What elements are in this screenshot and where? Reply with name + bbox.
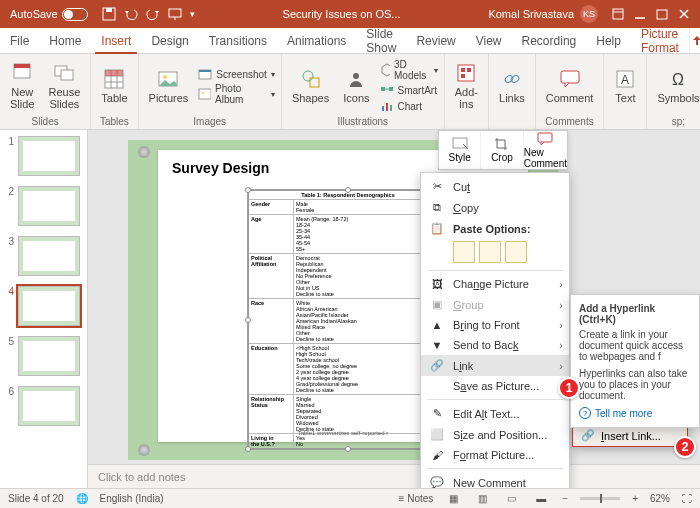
save-icon[interactable] bbox=[102, 7, 116, 21]
tab-design[interactable]: Design bbox=[141, 28, 198, 53]
comment-button[interactable]: Comment bbox=[542, 66, 598, 106]
menu-bring-front[interactable]: ▲Bring to Front› bbox=[421, 315, 569, 335]
group-text: AText bbox=[604, 54, 647, 129]
tab-insert[interactable]: Insert bbox=[91, 28, 141, 53]
scissors-icon: ✂ bbox=[429, 180, 445, 193]
svg-text:A: A bbox=[621, 73, 629, 87]
crop-button[interactable]: Crop bbox=[481, 131, 523, 169]
tab-view[interactable]: View bbox=[466, 28, 512, 53]
svg-rect-20 bbox=[105, 70, 123, 76]
user-name: Komal Srivastava bbox=[488, 8, 574, 20]
smartart-button[interactable]: SmartArt bbox=[380, 83, 438, 97]
language[interactable]: English (India) bbox=[100, 493, 164, 504]
menu-save-picture[interactable]: Save as Picture... bbox=[421, 376, 569, 396]
group-tables: Table Tables bbox=[91, 54, 138, 129]
tab-review[interactable]: Review bbox=[406, 28, 465, 53]
slide-thumb-4[interactable]: 4 bbox=[4, 286, 83, 326]
zoom-value[interactable]: 62% bbox=[650, 493, 670, 504]
format-icon: 🖌 bbox=[429, 449, 445, 461]
zoom-slider[interactable] bbox=[580, 497, 620, 500]
icons-button[interactable]: Icons bbox=[339, 66, 373, 106]
style-button[interactable]: Style bbox=[439, 131, 481, 169]
svg-rect-31 bbox=[389, 87, 393, 91]
slide-thumb-2[interactable]: 2 bbox=[4, 186, 83, 226]
quick-access-toolbar: ▾ bbox=[94, 7, 203, 21]
slide-thumb-6[interactable]: 6 bbox=[4, 386, 83, 426]
svg-rect-38 bbox=[467, 68, 471, 72]
normal-view-icon[interactable]: ▦ bbox=[445, 493, 462, 504]
pictures-button[interactable]: Pictures bbox=[145, 66, 193, 106]
chart-button[interactable]: Chart bbox=[380, 99, 438, 113]
redo-icon[interactable] bbox=[146, 7, 160, 21]
undo-icon[interactable] bbox=[124, 7, 138, 21]
text-button[interactable]: AText bbox=[610, 66, 640, 106]
paste-option-1[interactable] bbox=[453, 241, 475, 263]
reuse-slides-button[interactable]: Reuse Slides bbox=[44, 60, 84, 112]
notes-placeholder: Click to add notes bbox=[98, 471, 185, 483]
maximize-icon[interactable] bbox=[656, 8, 668, 20]
minimize-icon[interactable] bbox=[634, 8, 646, 20]
slide-thumb-1[interactable]: 1 bbox=[4, 136, 83, 176]
clipboard-icon: 📋 bbox=[429, 222, 445, 235]
callout-badge-2: 2 bbox=[674, 436, 696, 458]
sorter-view-icon[interactable]: ▥ bbox=[474, 493, 491, 504]
zoom-out-icon[interactable]: − bbox=[562, 493, 568, 504]
group-label: Tables bbox=[97, 115, 131, 127]
autosave-toggle[interactable]: AutoSave bbox=[4, 8, 94, 21]
tab-recording[interactable]: Recording bbox=[512, 28, 587, 53]
shapes-button[interactable]: Shapes bbox=[288, 66, 333, 106]
tab-picture-format[interactable]: Picture Format bbox=[631, 28, 689, 53]
paste-option-2[interactable] bbox=[479, 241, 501, 263]
notes-bar[interactable]: Click to add notes bbox=[88, 464, 700, 488]
menu-format-picture[interactable]: 🖌Format Picture... bbox=[421, 445, 569, 465]
table-button[interactable]: Table bbox=[97, 66, 131, 106]
paste-option-3[interactable] bbox=[505, 241, 527, 263]
menu-size-position[interactable]: ⬜Size and Position... bbox=[421, 424, 569, 445]
thumbnail-pane[interactable]: 1 2 3 4 5 6 bbox=[0, 130, 88, 488]
menu-send-back[interactable]: ▼Send to Back› bbox=[421, 335, 569, 355]
fit-icon[interactable]: ⛶ bbox=[682, 493, 692, 504]
addins-button[interactable]: Add- ins bbox=[451, 60, 482, 112]
tell-me-more-link[interactable]: ?Tell me more bbox=[579, 407, 691, 419]
notes-toggle[interactable]: ≡ Notes bbox=[399, 493, 434, 504]
tab-slideshow[interactable]: Slide Show bbox=[356, 28, 406, 53]
new-slide-button[interactable]: New Slide bbox=[6, 60, 38, 112]
close-icon[interactable] bbox=[678, 8, 690, 20]
3d-models-button[interactable]: 3D Models▾ bbox=[380, 59, 438, 81]
group-label: Images bbox=[145, 115, 275, 127]
start-slideshow-icon[interactable] bbox=[168, 7, 182, 21]
slide-thumb-5[interactable]: 5 bbox=[4, 336, 83, 376]
menu-alt-text[interactable]: ✎Edit Alt Text... bbox=[421, 403, 569, 424]
tab-home[interactable]: Home bbox=[39, 28, 91, 53]
menu-cut[interactable]: ✂Cut bbox=[421, 176, 569, 197]
slide-thumb-3[interactable]: 3 bbox=[4, 236, 83, 276]
submenu-insert-link[interactable]: 🔗Insert Link... bbox=[573, 425, 687, 446]
avatar: KS bbox=[580, 5, 598, 23]
toggle-off-icon[interactable] bbox=[62, 8, 88, 21]
menu-link[interactable]: 🔗Link› bbox=[421, 355, 569, 376]
ribbon-options-icon[interactable] bbox=[612, 8, 624, 20]
reading-view-icon[interactable]: ▭ bbox=[503, 493, 520, 504]
link-icon: 🔗 bbox=[429, 359, 445, 372]
bring-front-icon: ▲ bbox=[429, 319, 445, 331]
symbols-button[interactable]: ΩSymbols bbox=[653, 66, 700, 106]
svg-point-27 bbox=[303, 71, 313, 81]
zoom-in-icon[interactable]: + bbox=[632, 493, 638, 504]
chevron-down-icon[interactable]: ▾ bbox=[190, 9, 195, 19]
links-button[interactable]: Links bbox=[495, 66, 529, 106]
group-icon: ▣ bbox=[429, 298, 445, 311]
screenshot-button[interactable]: Screenshot▾ bbox=[198, 67, 275, 81]
tab-transitions[interactable]: Transitions bbox=[199, 28, 277, 53]
selected-table-image[interactable]: Table 1: Respondent Demographics GenderM… bbox=[248, 190, 448, 449]
svg-rect-24 bbox=[199, 70, 211, 72]
tab-help[interactable]: Help bbox=[586, 28, 631, 53]
tab-file[interactable]: File bbox=[0, 28, 39, 53]
menu-copy[interactable]: ⧉Copy bbox=[421, 197, 569, 218]
new-comment-button[interactable]: New Comment bbox=[524, 131, 567, 169]
photo-album-button[interactable]: Photo Album▾ bbox=[198, 83, 275, 105]
share-button[interactable] bbox=[689, 28, 700, 53]
tab-animations[interactable]: Animations bbox=[277, 28, 356, 53]
menu-change-picture[interactable]: 🖼Change Picture› bbox=[421, 274, 569, 294]
user-account[interactable]: Komal Srivastava KS bbox=[480, 5, 606, 23]
slideshow-view-icon[interactable]: ▬ bbox=[532, 493, 550, 504]
